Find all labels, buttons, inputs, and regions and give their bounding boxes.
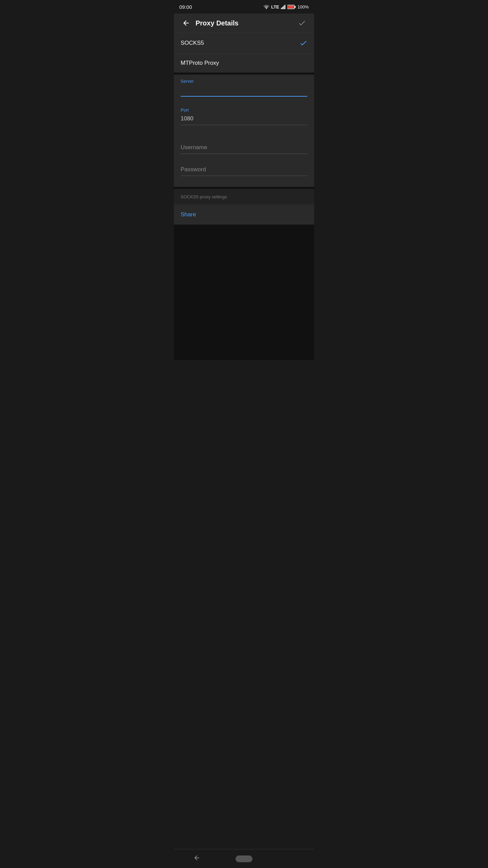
form-section: Server Port: [174, 75, 314, 187]
socks5-selected-icon: [299, 39, 307, 47]
divider-share: [174, 204, 314, 205]
back-icon: [182, 19, 190, 27]
svg-rect-3: [284, 5, 285, 9]
check-icon: [298, 19, 306, 27]
settings-description-text: SOCKS5 proxy settings: [181, 194, 227, 199]
socks5-label: SOCKS5: [181, 40, 204, 46]
field-spacer-5: [181, 180, 307, 187]
lte-label: LTE: [271, 4, 279, 9]
share-section[interactable]: Share: [174, 205, 314, 224]
app-bar: Proxy Details: [174, 14, 314, 33]
username-input[interactable]: [181, 143, 307, 154]
settings-description: SOCKS5 proxy settings: [174, 189, 314, 204]
password-field: [181, 165, 307, 179]
port-input[interactable]: [181, 114, 307, 125]
server-input[interactable]: [181, 85, 307, 97]
back-button[interactable]: [179, 16, 193, 30]
battery-icon: [287, 5, 296, 9]
svg-rect-0: [281, 8, 282, 9]
page-title: Proxy Details: [196, 19, 295, 27]
server-label: Server: [181, 79, 307, 84]
server-field: Server: [181, 79, 307, 99]
confirm-button[interactable]: [295, 16, 309, 30]
port-field: Port: [181, 107, 307, 128]
battery-container: 100%: [287, 4, 309, 9]
empty-area: [174, 224, 314, 360]
proxy-type-mtproto[interactable]: MTProto Proxy: [174, 54, 314, 73]
share-label[interactable]: Share: [181, 211, 196, 218]
proxy-type-socks5[interactable]: SOCKS5: [174, 33, 314, 53]
svg-rect-1: [282, 7, 283, 9]
port-label: Port: [181, 107, 307, 113]
status-icons: LTE 100%: [263, 4, 309, 9]
status-bar: 09:00 LTE 100%: [174, 0, 314, 14]
status-time: 09:00: [179, 4, 192, 10]
signal-icon: [281, 4, 286, 9]
field-spacer-1: [181, 101, 307, 107]
field-spacer-2: [181, 129, 307, 136]
svg-rect-6: [288, 5, 294, 8]
username-field: [181, 143, 307, 157]
svg-rect-2: [283, 6, 284, 9]
battery-percent: 100%: [298, 4, 309, 9]
svg-rect-5: [294, 6, 296, 8]
password-input[interactable]: [181, 165, 307, 176]
mtproto-label: MTProto Proxy: [181, 60, 219, 66]
field-spacer-4: [181, 158, 307, 165]
field-spacer-3: [181, 136, 307, 143]
wifi-icon: [263, 4, 269, 9]
